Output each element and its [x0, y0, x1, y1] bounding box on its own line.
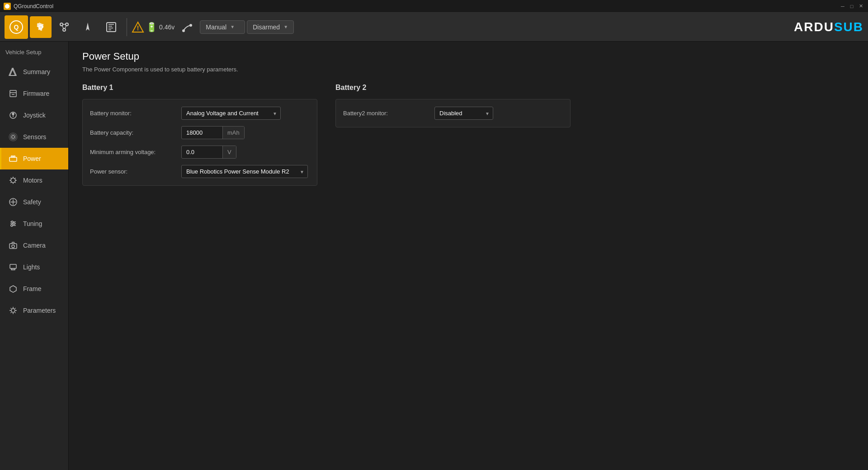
battery-capacity-unit: mAh	[222, 127, 244, 139]
firmware-icon	[8, 88, 19, 99]
sidebar-item-camera[interactable]: Camera	[0, 235, 68, 256]
min-voltage-input[interactable]	[182, 146, 222, 158]
sidebar-item-parameters[interactable]: Parameters	[0, 300, 68, 321]
sidebar-item-sensors[interactable]: Sensors	[0, 126, 68, 148]
svg-point-9	[189, 24, 192, 27]
power-sensor-label: Power sensor:	[90, 168, 176, 175]
battery-capacity-input[interactable]	[182, 127, 222, 139]
battery-capacity-label: Battery capacity:	[90, 129, 176, 136]
svg-rect-13	[10, 90, 16, 97]
sidebar-item-label: Frame	[23, 285, 41, 292]
sidebar-item-summary[interactable]: Summary	[0, 61, 68, 83]
sidebar-item-firmware[interactable]: Firmware	[0, 83, 68, 104]
battery-capacity-row: Battery capacity: mAh	[90, 126, 310, 139]
arm-status-dropdown[interactable]: Disarmed ▼	[247, 20, 294, 34]
battery-monitor-label: Battery monitor:	[90, 110, 176, 117]
safety-icon	[8, 197, 19, 207]
arm-status-label: Disarmed	[253, 24, 280, 31]
flight-mode-dropdown[interactable]: Manual ▼	[200, 20, 245, 34]
battery2-monitor-row: Battery2 monitor: Disabled Analog Voltag…	[343, 107, 563, 120]
battery2-monitor-select[interactable]: Disabled Analog Voltage and Current	[434, 107, 493, 120]
page-title: Power Setup	[82, 51, 854, 62]
power-icon	[8, 153, 19, 164]
battery-indicator: 🔋 0.46v	[146, 22, 175, 33]
app-icon	[4, 3, 11, 10]
sidebar: Vehicle Setup Summary Firmware	[0, 42, 69, 470]
sidebar-item-label: Lights	[23, 263, 40, 271]
battery-capacity-input-wrapper: mAh	[181, 126, 245, 139]
battery-monitor-select-wrapper: Analog Voltage and Current Digital Disab…	[181, 107, 281, 120]
svg-point-32	[11, 221, 13, 223]
sidebar-item-label: Power	[23, 155, 41, 162]
motors-icon	[8, 175, 19, 186]
joystick-icon	[8, 110, 19, 121]
min-voltage-input-wrapper: V	[181, 146, 236, 159]
frame-icon	[8, 283, 19, 294]
sidebar-item-label: Summary	[23, 68, 50, 75]
arm-status-arrow: ▼	[283, 24, 288, 29]
sidebar-item-label: Safety	[23, 198, 41, 206]
sidebar-item-frame[interactable]: Frame	[0, 278, 68, 300]
svg-rect-23	[11, 156, 13, 157]
link-button[interactable]	[176, 16, 198, 38]
sidebar-header: Vehicle Setup	[0, 45, 68, 61]
svg-rect-6	[107, 23, 116, 32]
svg-point-33	[13, 223, 15, 225]
ardu-text: ARDU	[794, 20, 834, 34]
minimize-button[interactable]: ─	[839, 3, 846, 10]
vehicle-setup-button[interactable]	[30, 16, 52, 38]
qgc-logo-button[interactable]: Q	[5, 15, 28, 39]
battery-monitor-row: Battery monitor: Analog Voltage and Curr…	[90, 107, 310, 120]
flight-mode-arrow: ▼	[230, 24, 235, 29]
close-button[interactable]: ✕	[857, 3, 864, 10]
svg-rect-37	[10, 264, 16, 268]
battery-icon: 🔋	[146, 22, 157, 33]
lights-icon	[8, 262, 19, 273]
min-voltage-row: Minimum arming voltage: V	[90, 146, 310, 159]
titlebar: QGroundControl ─ □ ✕	[0, 0, 868, 13]
svg-rect-22	[9, 157, 17, 161]
svg-marker-40	[10, 286, 16, 292]
battery1-section: Battery 1 Battery monitor: Analog Voltag…	[82, 84, 317, 186]
restore-button[interactable]: □	[848, 3, 855, 10]
svg-point-36	[12, 245, 14, 248]
sidebar-item-tuning[interactable]: Tuning	[0, 213, 68, 235]
svg-point-5	[63, 28, 66, 31]
power-sensor-select-wrapper: Blue Robotics Power Sense Module R2 Othe…	[181, 165, 308, 178]
titlebar-controls[interactable]: ─ □ ✕	[839, 3, 864, 10]
parameters-icon	[8, 305, 19, 316]
min-voltage-unit: V	[222, 146, 236, 158]
sidebar-item-motors[interactable]: Motors	[0, 169, 68, 191]
camera-icon	[8, 240, 19, 251]
sidebar-item-safety[interactable]: Safety	[0, 191, 68, 213]
battery-voltage: 0.46v	[159, 24, 175, 31]
sidebar-item-label: Camera	[23, 242, 46, 249]
analyze-button[interactable]	[100, 16, 122, 38]
svg-point-41	[11, 309, 15, 312]
battery2-section: Battery 2 Battery2 monitor: Disabled Ana…	[335, 84, 571, 186]
battery1-form: Battery monitor: Analog Voltage and Curr…	[82, 99, 317, 186]
sidebar-item-label: Parameters	[23, 307, 56, 314]
battery2-monitor-select-wrapper: Disabled Analog Voltage and Current	[434, 107, 493, 120]
titlebar-left: QGroundControl	[4, 3, 53, 10]
main-layout: Vehicle Setup Summary Firmware	[0, 42, 868, 470]
tuning-icon	[8, 218, 19, 229]
svg-rect-24	[14, 156, 15, 157]
plan-view-button[interactable]	[53, 16, 75, 38]
sidebar-item-power[interactable]: Power	[0, 148, 68, 169]
battery-sections: Battery 1 Battery monitor: Analog Voltag…	[82, 84, 854, 186]
battery-monitor-select[interactable]: Analog Voltage and Current Digital Disab…	[181, 107, 281, 120]
svg-text:!: !	[137, 24, 139, 32]
sidebar-item-label: Firmware	[23, 90, 49, 97]
sidebar-item-joystick[interactable]: Joystick	[0, 104, 68, 126]
content-area: Power Setup The Power Component is used …	[69, 42, 868, 470]
fly-view-button[interactable]	[77, 16, 99, 38]
svg-point-19	[12, 136, 14, 138]
svg-text:Q: Q	[14, 24, 19, 31]
power-sensor-select[interactable]: Blue Robotics Power Sense Module R2 Othe…	[181, 165, 308, 178]
sensors-icon	[8, 132, 19, 142]
sidebar-item-lights[interactable]: Lights	[0, 256, 68, 278]
warning-button[interactable]: !	[132, 21, 144, 33]
battery2-title: Battery 2	[335, 84, 571, 92]
svg-point-10	[182, 29, 185, 32]
